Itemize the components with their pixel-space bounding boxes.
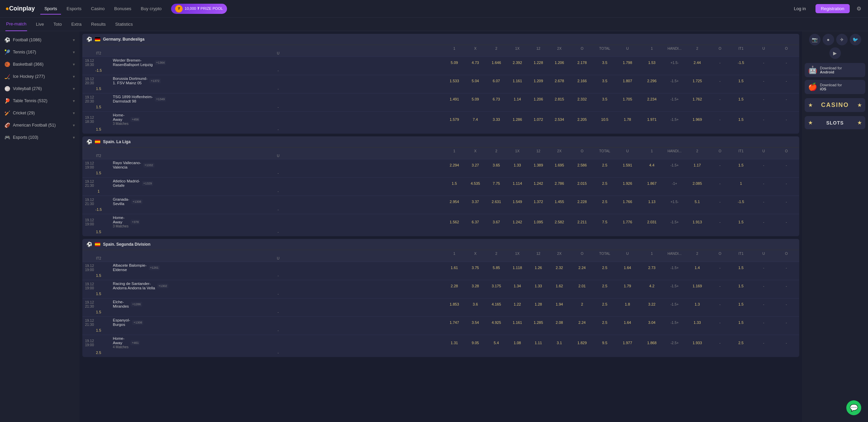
odds-cell-5[interactable]: 3.1 bbox=[549, 340, 570, 346]
odds-cell-16[interactable]: 1.5 bbox=[85, 126, 112, 132]
match-row-2[interactable]: 19.1221:30 Granada- Sevilla +13082.9543.… bbox=[82, 196, 799, 214]
odds-cell-10[interactable]: -2.5+ bbox=[664, 341, 685, 345]
sidebar-item-5[interactable]: 🏓 Table Tennis (532) ▼ bbox=[0, 95, 80, 107]
odds-cell-3[interactable]: 1.08 bbox=[507, 340, 528, 346]
odds-cell-17[interactable]: - bbox=[113, 310, 443, 314]
expand-icon[interactable]: +1372 bbox=[149, 79, 161, 83]
odds-cell-3[interactable]: 1.161 bbox=[507, 78, 528, 84]
odds-cell-2[interactable]: 3.33 bbox=[486, 116, 507, 123]
odds-cell-5[interactable]: 2.32 bbox=[549, 265, 570, 271]
odds-cell-7[interactable]: 10.5 bbox=[595, 116, 615, 123]
odds-cell-8[interactable]: 1.8 bbox=[616, 301, 639, 307]
odds-cell-4[interactable]: 1.209 bbox=[528, 78, 549, 84]
odds-cell-13[interactable]: 1.5 bbox=[731, 116, 751, 123]
odds-cell-12[interactable]: - bbox=[710, 302, 730, 306]
login-button[interactable]: Log in bbox=[790, 4, 810, 13]
odds-cell-17[interactable]: - bbox=[113, 105, 443, 109]
odds-cell-2[interactable]: 6.73 bbox=[486, 96, 507, 102]
odds-cell-14[interactable]: - bbox=[752, 284, 776, 288]
odds-cell-9[interactable]: 3.22 bbox=[640, 301, 664, 307]
odds-cell-3[interactable]: 1.118 bbox=[507, 265, 528, 271]
odds-cell-3[interactable]: 1.22 bbox=[507, 301, 528, 307]
subnav-statistics[interactable]: Statistics bbox=[115, 18, 133, 31]
match-row-2[interactable]: 19.1220:30 TSG 1899 Hoffenheim- Darmstad… bbox=[82, 93, 799, 111]
odds-cell-7[interactable]: 9.5 bbox=[595, 340, 615, 346]
odds-cell-0[interactable]: 5.09 bbox=[444, 60, 464, 66]
odds-cell-2[interactable]: 7.75 bbox=[486, 180, 507, 186]
odds-cell-7[interactable]: 2.5 bbox=[595, 199, 615, 205]
odds-cell-6[interactable]: 2.24 bbox=[570, 319, 594, 326]
download-android-button[interactable]: 🤖 Download forAndroid bbox=[805, 63, 865, 77]
odds-cell-6[interactable]: 1.829 bbox=[570, 340, 594, 346]
odds-cell-17[interactable]: - bbox=[113, 230, 443, 234]
odds-cell-8[interactable]: 1.798 bbox=[616, 60, 639, 66]
odds-cell-9[interactable]: 3.04 bbox=[640, 319, 664, 326]
odds-cell-16[interactable]: 1.5 bbox=[85, 170, 112, 176]
odds-cell-14[interactable]: - bbox=[752, 200, 776, 204]
casino-promo-banner[interactable]: ★ CASINO ★ bbox=[805, 98, 865, 112]
odds-cell-12[interactable]: - bbox=[710, 79, 730, 83]
odds-cell-4[interactable]: 1.11 bbox=[528, 340, 549, 346]
match-row-1[interactable]: 19.1220:30 Borussia Dortmund- 1. FSV Mai… bbox=[82, 75, 799, 93]
odds-cell-16[interactable]: 1.5 bbox=[85, 291, 112, 297]
odds-cell-4[interactable]: 1.26 bbox=[528, 265, 549, 271]
nav-esports[interactable]: Esports bbox=[62, 4, 85, 13]
odds-cell-7[interactable]: 2.5 bbox=[595, 301, 615, 307]
odds-cell-8[interactable]: 1.926 bbox=[616, 180, 639, 186]
odds-cell-3[interactable]: 2.392 bbox=[507, 60, 528, 66]
sidebar-item-4[interactable]: 🏐 Volleyball (276) ▼ bbox=[0, 83, 80, 95]
odds-cell-9[interactable]: 2.234 bbox=[640, 96, 664, 102]
odds-cell-17[interactable]: - bbox=[113, 351, 443, 355]
instagram-icon[interactable]: 📷 bbox=[809, 34, 821, 45]
odds-cell-2[interactable]: 5.85 bbox=[486, 265, 507, 271]
odds-cell-7[interactable]: 2.5 bbox=[595, 283, 615, 289]
odds-cell-1[interactable]: 3.54 bbox=[465, 319, 485, 326]
odds-cell-12[interactable]: - bbox=[710, 341, 730, 345]
subnav-prematch[interactable]: Pre-match bbox=[5, 18, 27, 31]
odds-cell-12[interactable]: - bbox=[710, 117, 730, 121]
odds-cell-1[interactable]: 3.37 bbox=[465, 199, 485, 205]
expand-icon[interactable]: +378 bbox=[130, 220, 140, 224]
odds-cell-2[interactable]: 3.67 bbox=[486, 219, 507, 225]
odds-cell-6[interactable]: 2.166 bbox=[570, 78, 594, 84]
odds-cell-16[interactable]: 1.5 bbox=[85, 272, 112, 279]
odds-cell-16[interactable]: 1.5 bbox=[85, 229, 112, 235]
odds-cell-0[interactable]: 1.579 bbox=[444, 116, 464, 123]
sidebar-item-2[interactable]: 🏀 Basketball (366) ▼ bbox=[0, 58, 80, 70]
odds-cell-14[interactable]: - bbox=[752, 220, 776, 224]
odds-cell-8[interactable]: 1.766 bbox=[616, 199, 639, 205]
settings-icon[interactable]: ⚙ bbox=[855, 4, 863, 13]
odds-cell-11[interactable]: 1.762 bbox=[685, 96, 709, 102]
slots-promo-banner[interactable]: ★ SLOTS ★ bbox=[805, 116, 865, 129]
odds-cell-1[interactable]: 4.535 bbox=[465, 180, 485, 186]
odds-cell-10[interactable]: -1.5+ bbox=[664, 266, 685, 270]
odds-cell-2[interactable]: 3.175 bbox=[486, 283, 507, 289]
odds-cell-14[interactable]: - bbox=[752, 181, 776, 185]
match-row-4[interactable]: 19.1219:00 Home- Away 4 Matches +4611.31… bbox=[82, 335, 799, 357]
odds-cell-14[interactable]: - bbox=[752, 302, 776, 306]
odds-cell-7[interactable]: 2.5 bbox=[595, 162, 615, 168]
odds-cell-11[interactable]: 1.17 bbox=[685, 162, 709, 168]
odds-cell-7[interactable]: 2.5 bbox=[595, 180, 615, 186]
sidebar-item-7[interactable]: 🏈 American Football (51) ▼ bbox=[0, 119, 80, 131]
odds-cell-10[interactable]: -1.5+ bbox=[664, 163, 685, 167]
odds-cell-17[interactable]: - bbox=[113, 68, 443, 72]
odds-cell-15[interactable]: - bbox=[776, 341, 797, 345]
register-button[interactable]: Registration bbox=[815, 4, 850, 13]
odds-cell-13[interactable]: 1.5 bbox=[731, 162, 751, 168]
odds-cell-14[interactable]: - bbox=[752, 341, 776, 345]
nav-casino[interactable]: Casino bbox=[87, 4, 109, 13]
odds-cell-12[interactable]: - bbox=[710, 266, 730, 270]
odds-cell-14[interactable]: - bbox=[752, 117, 776, 121]
subnav-results[interactable]: Results bbox=[90, 18, 106, 31]
odds-cell-9[interactable]: 1.971 bbox=[640, 116, 664, 123]
expand-icon[interactable]: +1286 bbox=[131, 302, 142, 307]
odds-cell-7[interactable]: 2.5 bbox=[595, 265, 615, 271]
odds-cell-5[interactable]: 1.94 bbox=[549, 301, 570, 307]
odds-cell-15[interactable]: - bbox=[776, 181, 797, 185]
odds-cell-4[interactable]: 1.072 bbox=[528, 116, 549, 123]
odds-cell-5[interactable]: 1.206 bbox=[549, 60, 570, 66]
odds-cell-6[interactable]: 2.24 bbox=[570, 265, 594, 271]
odds-cell-16[interactable]: 1.5 bbox=[85, 309, 112, 315]
odds-cell-13[interactable]: 1.5 bbox=[731, 265, 751, 271]
